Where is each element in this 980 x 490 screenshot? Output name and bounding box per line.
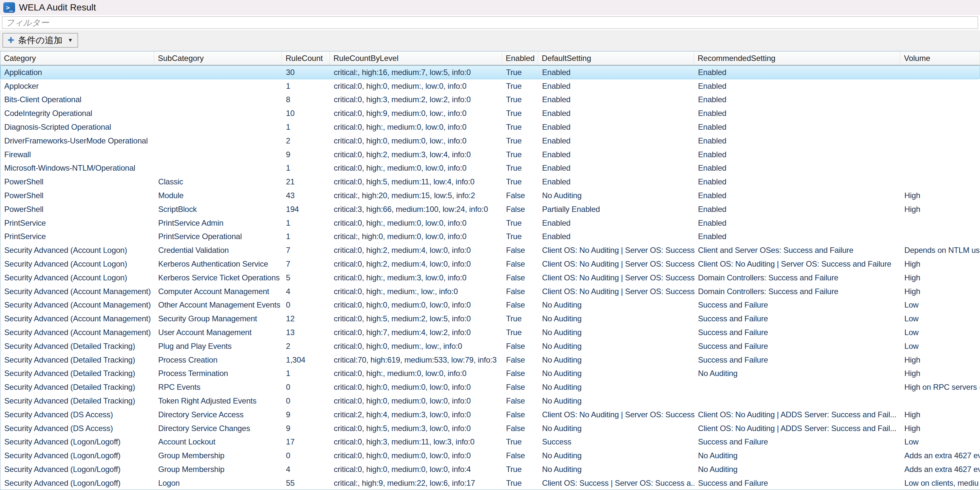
table-cell: Success and Failure xyxy=(694,477,901,490)
table-cell: True xyxy=(503,134,538,147)
table-cell: Enabled xyxy=(694,107,901,120)
table-cell: Security Advanced (Account Management) xyxy=(1,285,154,298)
table-cell: High xyxy=(901,203,980,216)
table-cell: Classic xyxy=(154,175,282,188)
table-row[interactable]: Diagnosis-Scripted Operational1critical:… xyxy=(0,120,980,134)
table-cell: Enabled xyxy=(694,93,901,107)
table-row[interactable]: PrintServicePrintService Operational1cri… xyxy=(0,230,980,244)
table-cell: critical:, high:0, medium:0, low:0, info… xyxy=(330,230,503,243)
table-row[interactable]: Security Advanced (Account Logon)Kerbero… xyxy=(0,257,980,271)
table-row[interactable]: Security Advanced (Detailed Tracking)Pro… xyxy=(0,367,980,380)
table-row[interactable]: Security Advanced (Account Management)Us… xyxy=(0,326,980,339)
column-header-rulecount[interactable]: RuleCount xyxy=(282,51,330,65)
table-row[interactable]: DriverFrameworks-UserMode Operational2cr… xyxy=(0,134,980,148)
table-cell: User Account Management xyxy=(154,326,282,339)
table-row[interactable]: Security Advanced (Account Logon)Credent… xyxy=(0,243,980,257)
table-row[interactable]: Applocker1critical:0, high:0, medium:, l… xyxy=(0,79,980,93)
table-row[interactable]: Firewall9critical:0, high:2, medium:3, l… xyxy=(0,148,980,161)
table-row[interactable]: PrintServicePrintService Admin1critical:… xyxy=(0,216,980,230)
table-cell: Low xyxy=(901,436,980,449)
table-cell: False xyxy=(503,367,538,380)
table-cell: 4 xyxy=(282,463,330,476)
table-cell: Success and Failure xyxy=(694,299,901,312)
table-cell: critical:0, high:, medium:0, low:0, info… xyxy=(330,121,503,134)
table-row[interactable]: Security Advanced (Logon/Logoff)Group Me… xyxy=(0,463,980,476)
table-cell: Process Creation xyxy=(154,353,282,366)
table-row[interactable]: Security Advanced (Detailed Tracking)Plu… xyxy=(0,339,980,353)
table-cell: Partially Enabled xyxy=(538,203,694,216)
table-row[interactable]: Security Advanced (Detailed Tracking)Tok… xyxy=(0,394,980,408)
table-cell: Success and Failure xyxy=(694,353,901,366)
filter-input[interactable] xyxy=(2,16,978,29)
table-cell xyxy=(154,80,282,93)
table-row[interactable]: Security Advanced (DS Access)Directory S… xyxy=(0,422,980,435)
column-header-enabled[interactable]: Enabled xyxy=(502,51,538,65)
table-row[interactable]: Microsoft-Windows-NTLM/Operational1criti… xyxy=(0,161,980,175)
table-row[interactable]: CodeIntegrity Operational10critical:0, h… xyxy=(0,107,980,120)
table-cell: No Auditing xyxy=(538,380,694,394)
table-row[interactable]: Security Advanced (Logon/Logoff)Group Me… xyxy=(0,449,980,463)
table-cell: Success and Failure xyxy=(694,326,901,339)
add-criteria-button[interactable]: ✚ 条件の追加 ▼ xyxy=(3,33,78,48)
table-row[interactable]: Security Advanced (Account Management)Ot… xyxy=(0,298,980,312)
table-cell: Other Account Management Events xyxy=(154,299,282,312)
table-cell: False xyxy=(503,353,538,366)
column-header-category[interactable]: Category xyxy=(0,51,154,65)
table-cell: No Auditing xyxy=(538,312,694,325)
table-cell: 7 xyxy=(282,258,330,270)
column-header-recommendedsetting[interactable]: RecommendedSetting xyxy=(694,51,900,65)
table-cell: True xyxy=(503,93,538,107)
table-cell: No Auditing xyxy=(538,449,694,462)
table-row[interactable]: Bits-Client Operational8critical:0, high… xyxy=(0,93,980,107)
column-header-defaultsetting[interactable]: DefaultSetting xyxy=(538,51,694,65)
table-cell: False xyxy=(503,271,538,284)
table-cell: Success and Failure xyxy=(694,340,901,353)
table-cell xyxy=(154,148,282,161)
table-cell: DriverFrameworks-UserMode Operational xyxy=(1,134,154,147)
table-cell: Enabled xyxy=(694,216,901,230)
table-cell: False xyxy=(503,258,538,270)
table-cell xyxy=(154,66,282,79)
table-cell: Enabled xyxy=(694,80,901,93)
table-cell: Client OS: No Auditing | Server OS: Succ… xyxy=(538,258,694,270)
table-cell: critical:0, high:0, medium:, low:, info:… xyxy=(330,340,503,353)
column-header-rulecountbylevel[interactable]: RuleCountByLevel xyxy=(330,51,502,65)
table-cell: critical:0, high:, medium:0, low:0, info… xyxy=(330,162,503,175)
table-row[interactable]: Security Advanced (Account Management)Se… xyxy=(0,312,980,326)
table-row[interactable]: Security Advanced (Detailed Tracking)RPC… xyxy=(0,380,980,394)
table-row[interactable]: PowerShellClassic21critical:0, high:5, m… xyxy=(0,175,980,189)
table-row[interactable]: Security Advanced (Logon/Logoff)Account … xyxy=(0,435,980,449)
table-row[interactable]: Security Advanced (Account Logon)Kerbero… xyxy=(0,271,980,285)
table-row[interactable]: Application30critical:, high:16, medium:… xyxy=(0,65,980,79)
table-cell: 9 xyxy=(282,408,330,421)
table-cell: critical:0, high:, medium:0, low:0, info… xyxy=(330,216,503,230)
table-row[interactable]: Security Advanced (DS Access)Directory S… xyxy=(0,408,980,422)
column-header-subcategory[interactable]: SubCategory xyxy=(154,51,282,65)
table-cell: Enabled xyxy=(538,216,694,230)
table-cell: Low xyxy=(901,312,980,325)
table-cell: Security Advanced (Account Management) xyxy=(1,326,154,339)
table-cell: Low xyxy=(901,299,980,312)
table-cell: 1 xyxy=(282,162,330,175)
table-cell: No Auditing xyxy=(538,367,694,380)
table-cell: No Auditing xyxy=(538,299,694,312)
table-row[interactable]: Security Advanced (Logon/Logoff)Logon55c… xyxy=(0,476,980,490)
table-cell: False xyxy=(503,244,538,257)
column-header-volume[interactable]: Volume xyxy=(900,51,980,65)
table-cell: No Auditing xyxy=(538,395,694,407)
table-row[interactable]: PowerShellScriptBlock194critical:3, high… xyxy=(0,202,980,216)
table-cell: Client OS: No Auditing | Server OS: Succ… xyxy=(538,408,694,421)
table-row[interactable]: Security Advanced (Detailed Tracking)Pro… xyxy=(0,353,980,367)
table-cell: Security Advanced (Detailed Tracking) xyxy=(1,380,154,394)
table-cell: Security Group Management xyxy=(154,312,282,325)
table-cell xyxy=(901,148,980,161)
table-cell: Depends on NTLM us xyxy=(901,244,980,257)
table-cell xyxy=(154,107,282,120)
table-row[interactable]: Security Advanced (Account Management)Co… xyxy=(0,285,980,298)
table-cell: Directory Service Access xyxy=(154,408,282,421)
toolbar: ✚ 条件の追加 ▼ xyxy=(0,30,980,51)
table-row[interactable]: PowerShellModule43critical:, high:20, me… xyxy=(0,189,980,202)
table-cell: critical:3, high:66, medium:100, low:24,… xyxy=(330,203,503,216)
table-cell: Security Advanced (Account Management) xyxy=(1,299,154,312)
table-cell: Diagnosis-Scripted Operational xyxy=(1,121,154,134)
